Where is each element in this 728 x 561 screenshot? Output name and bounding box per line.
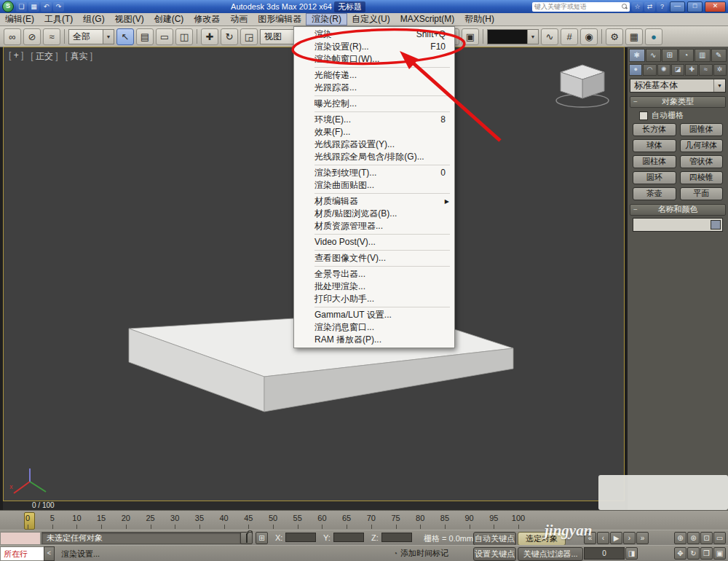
orbit-icon[interactable]: ↻ <box>687 547 700 560</box>
menubar-item-MAXScript(M)[interactable]: MAXScript(M) <box>395 14 460 25</box>
menu-item-全景导出器...[interactable]: 全景导出器... <box>294 268 454 280</box>
select-and-link-icon[interactable]: ∞ <box>4 28 21 45</box>
absolute-offset-toggle[interactable]: ⊞ <box>256 532 268 544</box>
select-object-icon[interactable]: ↖ <box>116 28 134 45</box>
zoom-extents-icon[interactable]: ⊡ <box>700 532 713 544</box>
object-button-圆环[interactable]: 圆环 <box>633 171 676 184</box>
menubar-item-编辑(E)[interactable]: 编辑(E) <box>0 14 39 25</box>
menu-item-Gamma/LUT 设置...[interactable]: Gamma/LUT 设置... <box>294 309 454 321</box>
zoom-icon[interactable]: ⊕ <box>674 532 687 544</box>
material-editor-icon[interactable]: ◉ <box>580 28 598 45</box>
menu-item-材质资源管理器...[interactable]: 材质资源管理器... <box>294 220 454 232</box>
app-logo-icon[interactable]: S <box>2 1 14 12</box>
object-button-长方体[interactable]: 长方体 <box>633 123 676 136</box>
unlink-selection-icon[interactable]: ⊘ <box>23 28 41 45</box>
menubar-item-组(G)[interactable]: 组(G) <box>78 14 109 25</box>
menu-item-打印大小助手...[interactable]: 打印大小助手... <box>294 293 454 305</box>
menu-item-光能传递...[interactable]: 光能传递... <box>294 69 454 82</box>
object-button-管状体[interactable]: 管状体 <box>680 155 724 168</box>
category-cameras[interactable]: ◪ <box>671 64 684 76</box>
listener-expand-button[interactable]: < <box>44 546 55 561</box>
menu-item-效果(F)...[interactable]: 效果(F)... <box>294 126 454 138</box>
time-slider-ruler[interactable]: 0510152025303540455055606570758085909510… <box>0 510 728 531</box>
menubar-item-自定义(U)[interactable]: 自定义(U) <box>347 14 395 25</box>
menu-item-渲染消息窗口...[interactable]: 渲染消息窗口... <box>294 321 454 334</box>
redo-icon[interactable]: ↷ <box>53 2 64 12</box>
category-shapes[interactable]: ◠ <box>643 64 656 76</box>
play-button[interactable]: ▶ <box>610 532 622 544</box>
tab-create[interactable]: ✱ <box>629 49 645 62</box>
next-frame-button[interactable]: › <box>623 532 636 544</box>
menu-item-光跟踪器...[interactable]: 光跟踪器... <box>294 82 454 94</box>
menu-item-批处理渲染...[interactable]: 批处理渲染... <box>294 280 454 293</box>
object-button-圆锥体[interactable]: 圆锥体 <box>680 123 724 136</box>
current-frame-field[interactable]: 0 <box>584 547 625 560</box>
object-button-球体[interactable]: 球体 <box>633 139 676 152</box>
z-coord-field[interactable] <box>381 533 412 542</box>
select-by-name-icon[interactable]: ▤ <box>136 28 154 45</box>
menubar-item-工具(T)[interactable]: 工具(T) <box>39 14 78 25</box>
select-and-move-icon[interactable]: ✚ <box>201 28 218 45</box>
object-button-茶壶[interactable]: 茶壶 <box>633 187 676 200</box>
auto-key-button[interactable]: 自动关键点 <box>473 532 516 546</box>
communication-center-icon[interactable]: ⇄ <box>644 2 655 12</box>
rollout-name-color[interactable]: 名称和颜色 <box>630 204 726 216</box>
menu-item-材质编辑器[interactable]: 材质编辑器▶ <box>294 195 454 208</box>
menu-item-渲染设置(R)...[interactable]: 渲染设置(R)...F10 <box>294 41 454 53</box>
window-crossing-toggle-icon[interactable]: ◫ <box>175 28 193 45</box>
tab-display[interactable]: ▥ <box>695 49 711 62</box>
tab-utilities[interactable]: ✎ <box>711 49 727 62</box>
rollout-object-type[interactable]: 对象类型 <box>630 96 726 108</box>
category-lights[interactable]: ✺ <box>657 64 670 76</box>
viewport-layout-icon[interactable]: ▣ <box>713 547 726 560</box>
menubar-item-视图(V)[interactable]: 视图(V) <box>110 14 149 25</box>
object-button-圆柱体[interactable]: 圆柱体 <box>633 155 676 168</box>
zoom-region-icon[interactable]: ▭ <box>713 532 726 544</box>
render-setup-icon[interactable]: ⚙ <box>606 28 623 45</box>
menu-item-渲染曲面贴图...[interactable]: 渲染曲面贴图... <box>294 179 454 192</box>
new-scene-icon[interactable]: ❏ <box>16 2 27 12</box>
select-and-rotate-icon[interactable]: ↻ <box>221 28 238 45</box>
rectangular-selection-region-icon[interactable]: ▭ <box>156 28 173 45</box>
rendered-frame-window-icon[interactable]: ▦ <box>625 28 643 45</box>
menu-item-渲染到纹理(T)...[interactable]: 渲染到纹理(T)...0 <box>294 167 454 179</box>
select-and-scale-icon[interactable]: ◲ <box>240 28 258 45</box>
menu-item-Video Post(V)...[interactable]: Video Post(V)... <box>294 236 454 248</box>
viewcube[interactable] <box>550 59 615 111</box>
infocenter-search-input[interactable]: 键入关键字或短语 <box>532 2 630 12</box>
autogrid-checkbox[interactable] <box>639 111 648 120</box>
tab-hierarchy[interactable]: ⊞ <box>662 49 678 62</box>
menubar-item-渲染(R)[interactable]: 渲染(R) <box>306 14 347 25</box>
zoom-all-icon[interactable]: ⊛ <box>687 532 700 544</box>
selection-filter-dropdown[interactable]: 全部▼ <box>68 29 114 44</box>
category-systems[interactable]: ✲ <box>713 64 727 76</box>
object-button-平面[interactable]: 平面 <box>680 187 724 200</box>
menubar-item-图形编辑器[interactable]: 图形编辑器 <box>253 14 306 25</box>
object-name-field[interactable] <box>633 218 723 232</box>
add-time-tag[interactable]: ◔ 添加时间标记 <box>393 548 448 559</box>
tab-modify[interactable]: ∿ <box>646 49 662 62</box>
minimize-button[interactable]: — <box>670 1 685 12</box>
menubar-item-动画[interactable]: 动画 <box>225 14 253 25</box>
maximize-viewport-icon[interactable]: ❒ <box>700 547 713 560</box>
object-color-swatch[interactable] <box>711 220 721 230</box>
menu-item-材质/贴图浏览器(B)...[interactable]: 材质/贴图浏览器(B)... <box>294 208 454 220</box>
menu-item-光线跟踪器设置(Y)...[interactable]: 光线跟踪器设置(Y)... <box>294 138 454 151</box>
menu-item-查看图像文件(V)...[interactable]: 查看图像文件(V)... <box>294 252 454 264</box>
schematic-view-icon[interactable]: # <box>561 28 578 45</box>
menu-item-曝光控制...[interactable]: 曝光控制... <box>294 98 454 110</box>
tab-motion[interactable]: ◔ <box>678 49 695 62</box>
mini-listener-field[interactable]: 所在行 <box>0 546 47 561</box>
category-geometry[interactable]: ● <box>629 64 642 76</box>
selection-lock-toggle[interactable] <box>240 532 253 544</box>
menu-item-环境(E)...[interactable]: 环境(E)...8 <box>294 114 454 126</box>
search-icon[interactable] <box>622 4 628 9</box>
menubar-item-修改器[interactable]: 修改器 <box>189 14 225 25</box>
track-bar[interactable]: 0 / 100 <box>3 501 625 510</box>
object-button-四棱锥[interactable]: 四棱锥 <box>680 171 724 184</box>
close-button[interactable]: ✕ <box>705 1 726 12</box>
y-coord-field[interactable] <box>333 533 364 542</box>
set-key-button[interactable]: 设置关键点 <box>473 547 516 561</box>
render-production-icon[interactable]: ● <box>645 28 662 45</box>
maximize-button[interactable]: □ <box>687 1 703 12</box>
